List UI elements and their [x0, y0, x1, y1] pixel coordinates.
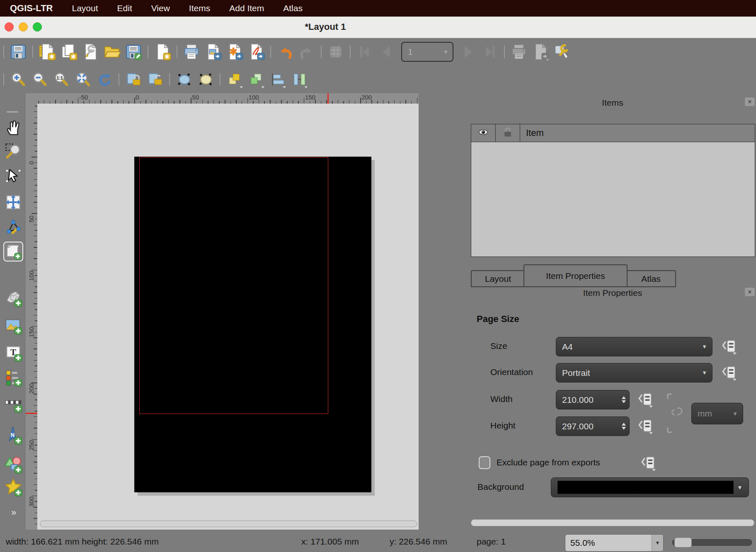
print-button[interactable] — [182, 41, 201, 62]
toolbox-more-button[interactable]: » — [3, 503, 23, 523]
atlas-page-combo[interactable]: 1▼ — [401, 42, 453, 62]
height-data-defined-override-button[interactable] — [637, 417, 654, 436]
spin-arrows-icon[interactable] — [622, 423, 626, 430]
refresh-button[interactable] — [94, 69, 114, 90]
link-width-height-icon[interactable] — [662, 392, 683, 436]
layout-toolbar: ✱✱✱✱1▼ — [0, 38, 756, 66]
move-item-content-tool-button[interactable] — [3, 193, 23, 213]
atlas-next-button[interactable] — [458, 41, 478, 62]
add-scalebar-tool-button[interactable] — [3, 394, 23, 414]
atlas-preview-button[interactable] — [326, 41, 346, 62]
add-3d-map-tool-button[interactable] — [3, 288, 23, 308]
zoom-full-button[interactable] — [73, 69, 93, 90]
zoom-level-combobox[interactable]: 55.0% ▼ — [565, 534, 664, 552]
background-color-swatch — [557, 481, 734, 494]
minimize-window-button[interactable] — [19, 22, 28, 31]
save-as-icon — [124, 43, 143, 61]
export-pdf-button[interactable] — [246, 41, 266, 62]
deselect-all-button[interactable] — [196, 69, 216, 90]
items-panel: Item — [471, 124, 755, 257]
edit-nodes-item-icon — [4, 218, 23, 238]
zoom-clipped-tool-button[interactable] — [3, 93, 23, 101]
lock-column-header[interactable] — [496, 124, 520, 142]
height-spinbox[interactable]: 297.000 — [556, 416, 630, 436]
select-move-item-tool-button[interactable] — [3, 167, 23, 186]
menu-app-name[interactable]: QGIS-LTR — [10, 3, 53, 14]
raise-items-button[interactable] — [225, 69, 245, 90]
unlock-items-button[interactable] — [145, 69, 165, 90]
toolbar-separator — [321, 46, 322, 58]
save-as-template-button[interactable]: ✱ — [153, 41, 172, 62]
close-window-button[interactable] — [5, 22, 14, 31]
tab-atlas[interactable]: Atlas — [626, 270, 676, 287]
size-data-defined-override-button[interactable] — [721, 338, 738, 356]
add-label-tool-button[interactable]: T — [3, 343, 23, 363]
atlas-prev-button[interactable] — [376, 41, 396, 62]
add-marker-tool-button[interactable] — [3, 477, 23, 497]
orientation-combobox[interactable]: Portrait▼ — [556, 363, 712, 383]
visibility-column-header[interactable] — [471, 124, 496, 142]
cursor-y-readout: y: 226.546 mm — [390, 537, 447, 547]
save-button[interactable] — [8, 41, 28, 62]
item-column-header[interactable]: Item — [520, 124, 755, 142]
add-north-arrow-tool-button[interactable]: N — [3, 426, 23, 445]
edit-nodes-item-tool-button[interactable] — [3, 218, 23, 237]
lower-items-button[interactable] — [246, 69, 266, 90]
save-as-button[interactable] — [124, 41, 143, 62]
zoom-in-button[interactable] — [8, 69, 28, 90]
atlas-first-button[interactable] — [355, 41, 375, 62]
zoom-window-button[interactable] — [33, 22, 42, 31]
units-combobox[interactable]: mm▼ — [691, 403, 743, 424]
width-data-defined-override-button[interactable] — [637, 391, 654, 409]
print-atlas-button[interactable] — [509, 41, 529, 62]
horizontal-ruler: -50050100150200250 — [37, 93, 419, 104]
duplicate-layout-button[interactable]: ✱ — [59, 41, 79, 62]
select-all-button[interactable] — [174, 69, 194, 90]
menu-item-edit[interactable]: Edit — [117, 3, 132, 13]
canvas-horizontal-scrollbar[interactable] — [40, 521, 417, 527]
add-marker-icon — [4, 477, 23, 498]
menu-item-atlas[interactable]: Atlas — [283, 3, 303, 13]
menu-item-items[interactable]: Items — [189, 3, 210, 13]
layout-canvas[interactable] — [37, 104, 419, 530]
exclude-data-defined-override-button[interactable] — [640, 454, 657, 473]
undo-button[interactable] — [275, 41, 295, 62]
zoom-slider-handle[interactable] — [674, 537, 692, 547]
export-svg-button[interactable]: ✱ — [225, 41, 245, 62]
menu-item-layout[interactable]: Layout — [72, 3, 98, 13]
add-legend-tool-button[interactable] — [3, 368, 23, 387]
align-items-button[interactable] — [268, 69, 288, 90]
items-panel-close-button[interactable]: ✕ — [744, 97, 755, 107]
zoom-out-button[interactable] — [30, 69, 50, 90]
redo-button[interactable] — [297, 41, 317, 62]
zoom-actual-button[interactable]: 1:1 — [51, 69, 71, 90]
atlas-last-button[interactable] — [480, 41, 500, 62]
spin-arrows-icon[interactable] — [622, 396, 626, 403]
tab-item-properties[interactable]: Item Properties — [523, 264, 628, 287]
layout-manager-button[interactable] — [80, 41, 100, 62]
tab-layout[interactable]: Layout — [471, 270, 525, 287]
exclude-page-checkbox[interactable] — [479, 456, 490, 469]
orientation-data-defined-override-button[interactable] — [721, 364, 738, 383]
menu-item-view[interactable]: View — [151, 3, 170, 13]
add-picture-tool-button[interactable] — [3, 316, 23, 336]
pan-tool-button[interactable] — [3, 117, 23, 137]
width-spinbox[interactable]: 210.000 — [556, 390, 630, 409]
background-color-button[interactable]: ▼ — [551, 477, 749, 497]
export-atlas-button[interactable] — [531, 41, 550, 62]
zoom-tool-tool-button[interactable] — [3, 141, 23, 161]
open-layout-button[interactable] — [102, 41, 122, 62]
panel-horizontal-scrollbar[interactable] — [471, 519, 754, 526]
item-properties-close-button[interactable]: ✕ — [744, 287, 755, 297]
atlas-settings-icon — [553, 43, 571, 61]
distribute-items-button[interactable] — [289, 69, 309, 90]
export-image-button[interactable] — [203, 41, 223, 62]
new-layout-button[interactable]: ✱ — [37, 41, 57, 62]
menu-item-add-item[interactable]: Add Item — [229, 3, 264, 13]
add-shape-tool-button[interactable] — [3, 455, 23, 475]
lock-items-button[interactable] — [124, 69, 143, 90]
add-map-tool-button[interactable] — [3, 242, 23, 261]
size-combobox[interactable]: A4▼ — [556, 337, 712, 356]
atlas-settings-button[interactable] — [552, 41, 572, 62]
items-list[interactable] — [471, 142, 755, 257]
